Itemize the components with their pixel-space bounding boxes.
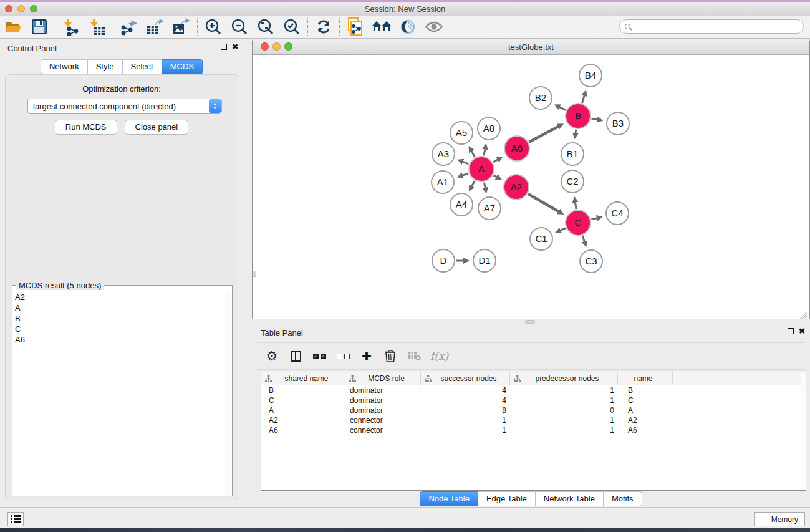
search-field[interactable] (619, 19, 804, 34)
node-table[interactable]: shared name MCDS role successor nodes pr… (261, 372, 806, 491)
graph-edge-A-A3[interactable] (463, 162, 469, 164)
column-header-predecessor-nodes[interactable]: predecessor nodes (510, 372, 618, 385)
open-session-button[interactable] (0, 16, 26, 37)
table-row[interactable]: A2 connector 1 1 A2 (261, 415, 806, 425)
table-settings-button[interactable]: ⚙ (264, 347, 279, 365)
result-item[interactable]: A (15, 302, 224, 313)
show-columns-button[interactable] (288, 347, 303, 365)
column-header-successor-nodes[interactable]: successor nodes (421, 372, 510, 385)
home-button[interactable] (369, 16, 395, 37)
export-image-button[interactable] (168, 16, 195, 37)
tab-network-table[interactable]: Network Table (536, 491, 604, 506)
graph-edge-A-A7[interactable] (484, 183, 485, 188)
graph-node-label-C1: C1 (535, 233, 547, 244)
import-network-button[interactable] (58, 16, 84, 37)
graph-node-label-D1: D1 (478, 255, 490, 266)
column-header-name[interactable]: name (618, 372, 673, 385)
zoom-out-button[interactable] (226, 16, 253, 37)
horizontal-splitter-grip[interactable] (525, 320, 535, 324)
graph-edge-A-A5[interactable] (471, 151, 475, 157)
zoom-in-button[interactable] (200, 16, 226, 37)
deselect-all-button[interactable] (335, 347, 350, 365)
graph-edge-A-A6[interactable] (493, 160, 498, 162)
table-row[interactable]: A dominator 8 0 A (261, 405, 806, 415)
graph-edge-B-B4[interactable] (582, 95, 584, 103)
table-scrollbar[interactable] (801, 372, 806, 490)
graph-edge-A-A4[interactable] (471, 181, 475, 186)
network-graph[interactable]: AA1A2A3A4A5A6A7A8BB1B2B3B4CC1C2C3C4DD1 (253, 55, 809, 319)
tab-network[interactable]: Network (41, 59, 88, 74)
close-table-panel-icon[interactable]: ✖ (799, 328, 805, 334)
result-item[interactable]: C (15, 324, 224, 334)
result-item[interactable]: B (15, 313, 224, 324)
delete-column-button[interactable] (383, 347, 398, 365)
table-row[interactable]: A6 connector 1 1 A6 (261, 425, 806, 435)
tab-mcds[interactable]: MCDS (162, 59, 203, 74)
column-header-mcds-role[interactable]: MCDS role (345, 372, 421, 385)
criterion-dropdown[interactable]: largest connected component (directed) ▲… (27, 99, 222, 114)
column-header-shared-name[interactable]: shared name (261, 372, 345, 385)
zoom-fit-button[interactable] (253, 16, 279, 37)
graph-edge-C-C2[interactable] (575, 202, 576, 210)
network-window-titlebar[interactable]: testGlobe.txt (253, 39, 809, 55)
task-history-button[interactable] (7, 512, 24, 526)
search-input[interactable] (634, 22, 803, 31)
show-hide-button[interactable] (421, 16, 447, 37)
mcds-result-list[interactable]: A2 A B C A6 (15, 292, 224, 493)
window-resize-grip[interactable] (799, 308, 808, 317)
apply-function-button[interactable]: f(x) (430, 347, 448, 365)
graph-edge-B-B1[interactable] (576, 130, 576, 134)
network-canvas[interactable]: AA1A2A3A4A5A6A7A8BB1B2B3B4CC1C2C3C4DD1 (253, 55, 809, 319)
select-all-button[interactable]: ✓✓ (312, 347, 327, 365)
graph-node-label-A2: A2 (511, 181, 522, 192)
tab-node-table[interactable]: Node Table (420, 491, 478, 506)
table-row[interactable]: C dominator 4 1 C (261, 395, 806, 405)
tab-select[interactable]: Select (123, 59, 162, 74)
float-panel-icon[interactable] (221, 44, 227, 50)
table-row[interactable]: B dominator 4 1 B (261, 385, 806, 395)
splitter-grip[interactable] (253, 271, 256, 277)
delete-table-icon (407, 351, 421, 361)
tab-edge-table[interactable]: Edge Table (478, 491, 536, 506)
graph-node-label-A3: A3 (438, 148, 449, 159)
import-table-button[interactable] (84, 16, 110, 37)
graph-edge-A2-C[interactable] (528, 194, 559, 212)
graph-node-label-B: B (575, 110, 581, 121)
zoom-selected-button[interactable] (279, 16, 305, 37)
visual-styles-button[interactable] (395, 16, 421, 37)
delete-table-button[interactable] (407, 347, 422, 365)
table-tabs: Node Table Edge Table Network Table Moti… (252, 491, 810, 506)
tab-style[interactable]: Style (88, 59, 123, 74)
run-mcds-button[interactable]: Run MCDS (55, 120, 117, 135)
graph-edge-C-C3[interactable] (582, 236, 584, 242)
graph-edge-A6-B[interactable] (529, 126, 559, 142)
hierarchy-icon (514, 375, 521, 382)
graph-edge-A-A8[interactable] (484, 148, 485, 155)
graph-edge-C-C4[interactable] (591, 218, 597, 220)
tab-motifs[interactable]: Motifs (604, 491, 642, 506)
control-panel-header: Control Panel ✖ (0, 39, 243, 56)
graph-edge-A-A2[interactable] (494, 175, 497, 177)
network-from-file-button[interactable] (342, 16, 369, 37)
result-item[interactable]: A2 (15, 292, 224, 302)
save-session-button[interactable] (26, 16, 52, 37)
graph-edge-C-C1[interactable] (560, 228, 566, 231)
float-table-panel-icon[interactable] (788, 328, 794, 334)
export-network-button[interactable] (116, 16, 142, 37)
graph-edge-A-A1[interactable] (462, 173, 468, 175)
memory-label: Memory (771, 515, 798, 524)
export-table-button[interactable] (142, 16, 168, 37)
graph-edge-B-B2[interactable] (559, 107, 566, 110)
memory-button[interactable]: Memory (754, 512, 805, 526)
gear-icon: ⚙ (266, 349, 278, 364)
optimization-criterion-label: Optimization criterion: (6, 84, 238, 94)
graph-edge-B-B3[interactable] (592, 118, 598, 120)
toolbar-separator (197, 18, 198, 36)
close-panel-icon[interactable]: ✖ (232, 44, 238, 50)
result-scrollbar[interactable] (226, 291, 231, 495)
add-column-button[interactable]: ✚ (359, 347, 374, 365)
close-panel-button[interactable]: Close panel (125, 120, 189, 135)
search-icon (625, 24, 630, 29)
result-item[interactable]: A6 (15, 334, 224, 345)
refresh-button[interactable] (311, 16, 337, 37)
